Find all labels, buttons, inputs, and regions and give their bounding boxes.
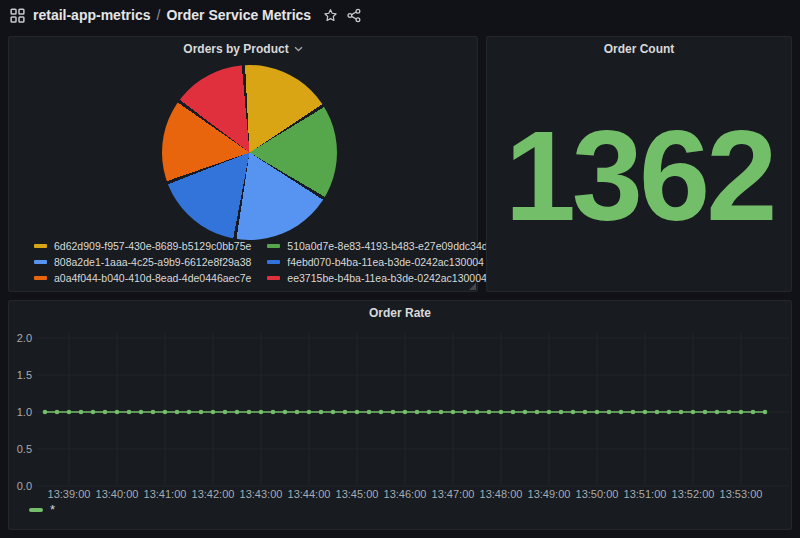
star-icon[interactable] bbox=[323, 8, 338, 23]
data-point[interactable] bbox=[715, 410, 720, 415]
chevron-down-icon bbox=[294, 46, 303, 52]
data-point[interactable] bbox=[139, 410, 144, 415]
data-point[interactable] bbox=[691, 410, 696, 415]
data-point[interactable] bbox=[415, 410, 420, 415]
data-point[interactable] bbox=[619, 410, 624, 415]
data-point[interactable] bbox=[439, 410, 444, 415]
pie-legend-label: 808a2de1-1aaa-4c25-a9b9-6612e8f29a38 bbox=[54, 256, 251, 268]
pie-legend-item[interactable]: 510a0d7e-8e83-4193-b483-e27e09ddc34d bbox=[267, 238, 487, 254]
data-point[interactable] bbox=[703, 410, 708, 415]
series-color-swatch bbox=[267, 260, 280, 264]
x-axis-tick-label: 13:52:00 bbox=[672, 488, 715, 500]
pie-legend-label: ee3715be-b4ba-11ea-b3de-0242ac130004 bbox=[287, 272, 487, 284]
data-point[interactable] bbox=[667, 410, 672, 415]
data-point[interactable] bbox=[631, 410, 636, 415]
data-point[interactable] bbox=[559, 410, 564, 415]
data-point[interactable] bbox=[511, 410, 516, 415]
share-icon[interactable] bbox=[346, 8, 362, 23]
data-point[interactable] bbox=[643, 410, 648, 415]
data-point[interactable] bbox=[235, 410, 240, 415]
data-point[interactable] bbox=[151, 410, 156, 415]
dashboard-title: Order Service Metrics bbox=[166, 7, 311, 23]
pie-legend-item[interactable]: f4ebd070-b4ba-11ea-b3de-0242ac130004 bbox=[267, 254, 487, 270]
data-point[interactable] bbox=[187, 410, 192, 415]
data-point[interactable] bbox=[175, 410, 180, 415]
y-axis-tick-label: 0.5 bbox=[17, 443, 32, 455]
x-axis-tick-label: 13:53:00 bbox=[720, 488, 763, 500]
series-color-swatch bbox=[34, 244, 47, 248]
data-point[interactable] bbox=[355, 410, 360, 415]
top-nav-bar: retail-app-metrics / Order Service Metri… bbox=[0, 0, 800, 30]
data-point[interactable] bbox=[67, 410, 72, 415]
data-point[interactable] bbox=[463, 410, 468, 415]
data-point[interactable] bbox=[655, 410, 660, 415]
dashboards-grid-icon[interactable] bbox=[10, 8, 25, 23]
data-point[interactable] bbox=[331, 410, 336, 415]
pie-legend-label: a0a4f044-b040-410d-8ead-4de0446aec7e bbox=[54, 272, 251, 284]
data-point[interactable] bbox=[403, 410, 408, 415]
data-point[interactable] bbox=[607, 410, 612, 415]
pie-chart[interactable] bbox=[162, 65, 337, 240]
data-point[interactable] bbox=[547, 410, 552, 415]
data-point[interactable] bbox=[271, 410, 276, 415]
x-axis-tick-label: 13:48:00 bbox=[480, 488, 523, 500]
timeseries-legend[interactable]: * bbox=[29, 506, 55, 514]
data-point[interactable] bbox=[319, 410, 324, 415]
pie-legend-label: f4ebd070-b4ba-11ea-b3de-0242ac130004 bbox=[287, 256, 484, 268]
x-axis-tick-label: 13:44:00 bbox=[288, 488, 331, 500]
data-point[interactable] bbox=[367, 410, 372, 415]
data-point[interactable] bbox=[259, 410, 264, 415]
data-point[interactable] bbox=[535, 410, 540, 415]
panel-orders-by-product: Orders by Product 6d62d909-f957-430e-868… bbox=[8, 36, 478, 292]
x-axis-tick-label: 13:40:00 bbox=[96, 488, 139, 500]
y-axis-tick-label: 2.0 bbox=[17, 332, 32, 344]
data-point[interactable] bbox=[475, 410, 480, 415]
data-point[interactable] bbox=[391, 410, 396, 415]
data-point[interactable] bbox=[739, 410, 744, 415]
breadcrumb-separator-slash: / bbox=[155, 7, 161, 23]
data-point[interactable] bbox=[571, 410, 576, 415]
x-axis-tick-label: 13:43:00 bbox=[240, 488, 283, 500]
data-point[interactable] bbox=[763, 410, 768, 415]
data-point[interactable] bbox=[55, 410, 60, 415]
data-point[interactable] bbox=[223, 410, 228, 415]
breadcrumb-folder[interactable]: retail-app-metrics bbox=[33, 7, 150, 23]
data-point[interactable] bbox=[199, 410, 204, 415]
x-axis-tick-label: 13:49:00 bbox=[528, 488, 571, 500]
data-point[interactable] bbox=[247, 410, 252, 415]
x-axis-tick-label: 13:51:00 bbox=[624, 488, 667, 500]
pie-legend-item[interactable]: 808a2de1-1aaa-4c25-a9b9-6612e8f29a38 bbox=[34, 254, 251, 270]
x-axis-tick-label: 13:41:00 bbox=[144, 488, 187, 500]
data-point[interactable] bbox=[451, 410, 456, 415]
data-point[interactable] bbox=[91, 410, 96, 415]
data-point[interactable] bbox=[583, 410, 588, 415]
data-point[interactable] bbox=[487, 410, 492, 415]
data-point[interactable] bbox=[727, 410, 732, 415]
data-point[interactable] bbox=[751, 410, 756, 415]
data-point[interactable] bbox=[163, 410, 168, 415]
data-point[interactable] bbox=[343, 410, 348, 415]
panel-title-orders-by-product[interactable]: Orders by Product bbox=[9, 37, 477, 61]
pie-legend-item[interactable]: a0a4f044-b040-410d-8ead-4de0446aec7e bbox=[34, 270, 251, 286]
data-point[interactable] bbox=[127, 410, 132, 415]
data-point[interactable] bbox=[379, 410, 384, 415]
data-point[interactable] bbox=[427, 410, 432, 415]
data-point[interactable] bbox=[523, 410, 528, 415]
panel-title-order-count[interactable]: Order Count bbox=[487, 37, 791, 61]
data-point[interactable] bbox=[115, 410, 120, 415]
x-axis-tick-label: 13:45:00 bbox=[336, 488, 379, 500]
data-point[interactable] bbox=[211, 410, 216, 415]
data-point[interactable] bbox=[499, 410, 504, 415]
x-axis-tick-label: 13:50:00 bbox=[576, 488, 619, 500]
data-point[interactable] bbox=[43, 410, 48, 415]
data-point[interactable] bbox=[79, 410, 84, 415]
data-point[interactable] bbox=[307, 410, 312, 415]
data-point[interactable] bbox=[295, 410, 300, 415]
data-point[interactable] bbox=[283, 410, 288, 415]
pie-legend-item[interactable]: 6d62d909-f957-430e-8689-b5129c0bb75e bbox=[34, 238, 251, 254]
pie-legend-item[interactable]: ee3715be-b4ba-11ea-b3de-0242ac130004 bbox=[267, 270, 487, 286]
data-point[interactable] bbox=[103, 410, 108, 415]
data-point[interactable] bbox=[679, 410, 684, 415]
panel-resize-handle[interactable] bbox=[469, 283, 476, 290]
data-point[interactable] bbox=[595, 410, 600, 415]
